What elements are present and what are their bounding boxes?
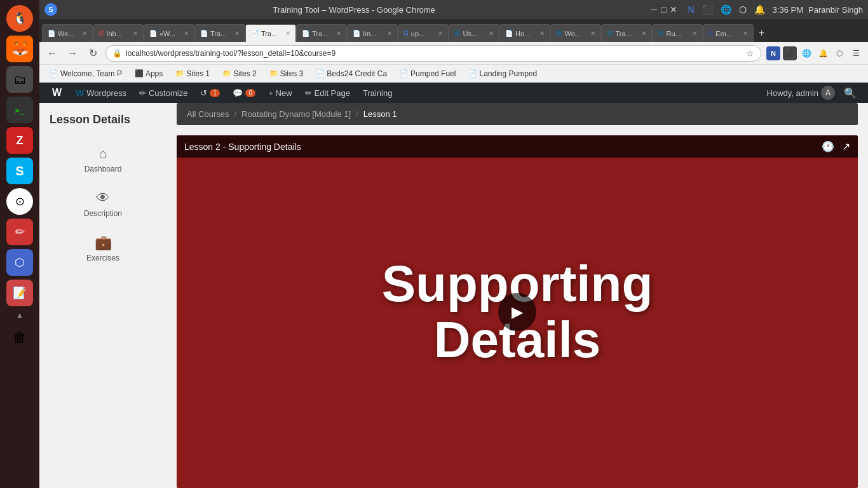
browser-extensions: N ⬛ 🌐 🔔 ⬡ ☰ <box>766 46 863 60</box>
extension-icon-4[interactable]: ⬡ <box>739 4 747 15</box>
sidebar-item-description[interactable]: 👁 Description <box>44 182 161 226</box>
wp-admin-comments[interactable]: 💬 0 <box>226 83 262 103</box>
tab-close-2[interactable]: ✕ <box>133 30 138 37</box>
tab-close-3[interactable]: ✕ <box>184 30 189 37</box>
sidebar-item-dashboard[interactable]: ⌂ Dashboard <box>44 138 161 181</box>
bookmark-sites3[interactable]: 📁 Sites 3 <box>264 68 309 79</box>
edit-icon[interactable]: ✏ <box>6 219 33 245</box>
tab-close-7[interactable]: ✕ <box>387 30 392 37</box>
extension-icon-1[interactable]: N <box>688 4 694 15</box>
bookmark-welcome[interactable]: 📄 Welcome, Team P <box>44 68 127 79</box>
breadcrumb-module[interactable]: Roatating Dynamo [Module 1] <box>241 109 351 119</box>
tab-11[interactable]: W Wo... ✕ <box>550 24 601 42</box>
tab-3[interactable]: 📄 «W... ✕ <box>144 24 194 42</box>
tab-7[interactable]: 📄 Im... ✕ <box>347 24 398 42</box>
video-body[interactable]: Supporting Details ▶ <box>177 135 858 488</box>
ext-icon-5[interactable]: ⬡ <box>832 46 846 60</box>
bookmark-landing[interactable]: 📄 Landing Pumped <box>463 68 542 79</box>
tab-13[interactable]: W Ru... ✕ <box>652 24 703 42</box>
taskbar-arrow[interactable]: ▲ <box>15 310 25 320</box>
ext-icon-4[interactable]: 🔔 <box>816 46 830 60</box>
trash-icon[interactable]: 🗑 <box>6 324 33 351</box>
wp-icon: W <box>76 88 84 98</box>
tab-favicon-6: 📄 <box>302 30 309 37</box>
firefox-icon[interactable]: 🦊 <box>6 36 33 62</box>
tab-close-1[interactable]: ✕ <box>82 30 87 37</box>
tab-close-5[interactable]: ✕ <box>285 30 290 37</box>
ext-icon-6[interactable]: ☰ <box>849 46 863 60</box>
filezilla-icon[interactable]: Z <box>6 127 33 154</box>
star-icon[interactable]: ☆ <box>746 48 754 58</box>
tab-close-12[interactable]: ✕ <box>641 30 646 37</box>
wp-admin-wordpress[interactable]: W Wordpress <box>69 83 133 103</box>
wp-search-icon[interactable]: 🔍 <box>837 87 863 99</box>
notepad-icon[interactable]: 📝 <box>6 280 33 306</box>
tab-favicon-5: 📄 <box>251 30 259 37</box>
minimize-icon[interactable]: ─ <box>651 4 657 15</box>
ext-icon-3[interactable]: 🌐 <box>799 46 813 60</box>
terminal-icon[interactable]: >_ <box>6 97 33 123</box>
wp-admin-customize[interactable]: ✏ Customize <box>133 83 194 103</box>
wp-admin-training[interactable]: Training <box>356 83 398 103</box>
ext-icon-1[interactable]: N <box>766 46 780 60</box>
address-bar[interactable]: 🔒 localhost/wordpress/training-tool/?les… <box>105 45 761 62</box>
bookmark-beds24[interactable]: 📄 Beds24 Credit Ca <box>311 68 392 79</box>
ext-icon-2[interactable]: ⬛ <box>783 46 797 60</box>
forward-button[interactable]: → <box>65 46 80 61</box>
tab-close-8[interactable]: ✕ <box>438 30 443 37</box>
tab-new[interactable]: + <box>754 24 773 42</box>
bookmark-icon-sites2: 📁 <box>222 69 231 78</box>
tab-close-13[interactable]: ✕ <box>692 30 697 37</box>
wp-logo-item[interactable]: W <box>44 83 69 103</box>
ubuntu-icon[interactable]: 🐧 <box>6 5 33 32</box>
tab-14[interactable]: N Em... ✕ <box>703 24 754 42</box>
tab-1[interactable]: 📄 We... ✕ <box>42 24 93 42</box>
cube-icon[interactable]: ⬡ <box>6 249 33 276</box>
play-button[interactable]: ▶ <box>498 293 536 331</box>
tab-12[interactable]: W Tra... ✕ <box>601 24 652 42</box>
address-text: localhost/wordpress/training-tool/?lesso… <box>126 49 742 58</box>
extension-icon-3[interactable]: 🌐 <box>721 4 731 15</box>
tab-4[interactable]: 📄 Tra... ✕ <box>194 24 245 42</box>
bookmark-pumped[interactable]: 📄 Pumped Fuel <box>395 68 461 79</box>
tab-6[interactable]: 📄 Tra... ✕ <box>296 24 347 42</box>
tab-9[interactable]: W Us... ✕ <box>449 24 499 42</box>
tab-close-9[interactable]: ✕ <box>489 30 494 37</box>
maximize-icon[interactable]: □ <box>661 4 666 15</box>
close-icon[interactable]: ✕ <box>670 4 677 15</box>
secure-icon: 🔒 <box>112 49 122 58</box>
tab-8[interactable]: G up... ✕ <box>398 24 449 42</box>
tab-favicon-13: W <box>658 30 663 37</box>
extension-icon-5[interactable]: 🔔 <box>754 4 765 15</box>
wp-admin-new[interactable]: + New <box>262 83 298 103</box>
tab-close-6[interactable]: ✕ <box>336 30 341 37</box>
tab-2[interactable]: M Inb... ✕ <box>93 24 144 42</box>
skype-icon[interactable]: S <box>6 158 33 184</box>
clock: 3:36 PM <box>773 5 803 15</box>
breadcrumb-current: Lesson 1 <box>363 109 397 119</box>
extension-icon-2[interactable]: ⬛ <box>702 4 713 15</box>
page-title: Lesson Details <box>39 113 166 137</box>
video-container: Lesson 2 - Supporting Details 🕐 ↗ Suppor… <box>177 135 858 488</box>
bookmark-sites2[interactable]: 📁 Sites 2 <box>217 68 262 79</box>
breadcrumb-all-courses[interactable]: All Courses <box>187 109 229 119</box>
files-icon[interactable]: 🗂 <box>6 66 33 93</box>
tab-close-11[interactable]: ✕ <box>590 30 595 37</box>
wp-admin-edit-page[interactable]: ✏ Edit Page <box>299 83 356 103</box>
video-share-icon[interactable]: ↗ <box>842 140 850 152</box>
video-clock-icon[interactable]: 🕐 <box>822 140 834 152</box>
tab-5-active[interactable]: 📄 Tra... ✕ <box>245 24 296 42</box>
reload-button[interactable]: ↻ <box>85 46 100 61</box>
chrome-icon[interactable]: ⊙ <box>6 188 33 215</box>
bookmark-sites1[interactable]: 📁 Sites 1 <box>170 68 215 79</box>
back-button[interactable]: ← <box>44 46 60 61</box>
tab-close-10[interactable]: ✕ <box>539 30 545 37</box>
dashboard-icon: ⌂ <box>98 146 107 162</box>
tab-10[interactable]: 📄 Ho... ✕ <box>499 24 550 42</box>
sidebar-item-exercises[interactable]: 💼 Exercises <box>44 227 161 270</box>
bookmark-icon-sites1: 📁 <box>175 69 184 78</box>
tab-close-14[interactable]: ✕ <box>743 30 748 37</box>
tab-close-4[interactable]: ✕ <box>234 30 240 37</box>
wp-admin-updates[interactable]: ↺ 1 <box>194 83 226 103</box>
bookmark-apps[interactable]: ⬛ Apps <box>130 68 168 79</box>
